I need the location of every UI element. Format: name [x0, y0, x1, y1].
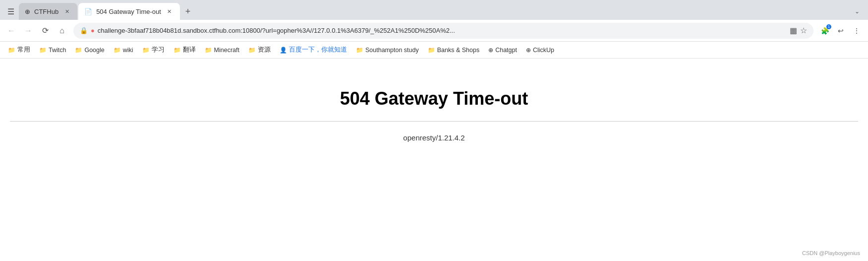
bookmark-clickup-label: ClickUp — [533, 47, 554, 54]
bookmark-changyu-icon: 📁 — [8, 47, 15, 54]
profile-button[interactable]: ↩ — [833, 23, 848, 38]
more-options-icon: ⋮ — [853, 27, 860, 35]
more-options-button[interactable]: ⋮ — [849, 23, 864, 38]
browser-chrome: ☰ ⊕ CTFHub ✕ 📄 504 Gateway Time-out ✕ + … — [0, 0, 868, 261]
bookmark-xuexi-label: 学习 — [152, 46, 165, 54]
bookmark-banks[interactable]: 📁 Banks & Shops — [424, 44, 483, 57]
home-button[interactable]: ⌂ — [55, 23, 69, 38]
bookmark-twitch-icon: 📁 — [39, 47, 47, 54]
site-info-icon: ● — [91, 27, 95, 34]
extensions-badge: 1 — [826, 24, 831, 29]
ctfhub-tab-label: CTFHub — [34, 8, 58, 15]
bookmark-twitch[interactable]: 📁 Twitch — [35, 44, 70, 57]
tab-504-icon: 📄 — [84, 8, 92, 15]
bookmarks-bar: 📁 常用 📁 Twitch 📁 Google 📁 wiki 📁 学习 📁 翻译 … — [0, 42, 868, 59]
tab-504-close-button[interactable]: ✕ — [165, 7, 174, 16]
qr-code-icon[interactable]: ▦ — [790, 26, 797, 35]
divider — [10, 121, 858, 122]
tab-ctfhub[interactable]: ⊕ CTFHub ✕ — [19, 3, 77, 20]
extensions-button[interactable]: 🧩 1 — [817, 23, 832, 38]
ctfhub-tab-close-button[interactable]: ✕ — [62, 7, 71, 16]
tab-504[interactable]: 📄 504 Gateway Time-out ✕ — [78, 3, 180, 20]
bookmark-xuexi-icon: 📁 — [142, 47, 150, 54]
address-input[interactable] — [98, 27, 787, 34]
tab-bar: ☰ ⊕ CTFHub ✕ 📄 504 Gateway Time-out ✕ + … — [0, 0, 868, 20]
bookmark-star-icon[interactable]: ☆ — [800, 26, 807, 35]
sidebar-toggle-button[interactable]: ☰ — [4, 4, 18, 18]
bookmark-fanyi[interactable]: 📁 翻译 — [170, 44, 200, 57]
bookmark-google-icon: 📁 — [75, 47, 82, 54]
bookmark-ziyuan-label: 资源 — [258, 46, 271, 54]
profile-icon: ↩ — [838, 27, 844, 35]
ctfhub-tab-icon: ⊕ — [25, 8, 30, 15]
bookmark-fanyi-icon: 📁 — [174, 47, 181, 54]
bookmark-ziyuan-icon: 📁 — [248, 47, 256, 54]
bookmark-chatgpt-label: Chatgpt — [495, 47, 517, 54]
bookmark-banks-icon: 📁 — [428, 47, 435, 54]
bookmark-fanyi-label: 翻译 — [183, 46, 196, 54]
bookmark-xuexi[interactable]: 📁 学习 — [138, 44, 169, 57]
bookmark-baidu-icon: 👤 — [280, 47, 287, 54]
bookmark-ziyuan[interactable]: 📁 资源 — [244, 44, 275, 57]
bookmark-changyu[interactable]: 📁 常用 — [4, 44, 34, 57]
bookmark-minecraft[interactable]: 📁 Minecraft — [201, 44, 243, 57]
bookmark-minecraft-icon: 📁 — [205, 47, 212, 54]
back-button[interactable]: ← — [4, 23, 19, 38]
bookmark-banks-label: Banks & Shops — [437, 47, 479, 54]
bookmark-google-label: Google — [84, 47, 104, 54]
bookmark-wiki-icon: 📁 — [114, 47, 121, 54]
navigation-bar: ← → ⟳ ⌂ 🔒 ● ▦ ☆ 🧩 1 ↩ ⋮ — [0, 20, 868, 42]
bookmark-clickup-icon: ⊕ — [526, 47, 531, 54]
watermark: CSDN @Playboygenius — [802, 250, 860, 256]
bookmark-chatgpt[interactable]: ⊕ Chatgpt — [484, 44, 521, 57]
bookmark-wiki[interactable]: 📁 wiki — [110, 44, 137, 57]
bookmark-southampton-label: Southampton study — [365, 47, 419, 54]
bookmark-minecraft-label: Minecraft — [214, 47, 239, 54]
bookmark-southampton[interactable]: 📁 Southampton study — [352, 44, 423, 57]
bookmark-google[interactable]: 📁 Google — [71, 44, 108, 57]
error-subtext: openresty/1.21.4.2 — [403, 133, 464, 142]
tab-504-label: 504 Gateway Time-out — [96, 8, 161, 15]
bookmark-baidu[interactable]: 👤 百度一下，你就知道 — [276, 44, 351, 57]
bookmark-chatgpt-icon: ⊕ — [488, 47, 493, 54]
bookmark-clickup[interactable]: ⊕ ClickUp — [522, 44, 558, 57]
address-bar-wrapper[interactable]: 🔒 ● ▦ ☆ — [73, 23, 813, 39]
security-icon: 🔒 — [80, 27, 88, 34]
page-content: 504 Gateway Time-out openresty/1.21.4.2 — [0, 59, 868, 261]
nav-right-buttons: 🧩 1 ↩ ⋮ — [817, 23, 864, 38]
bookmark-wiki-label: wiki — [123, 47, 133, 54]
error-heading: 504 Gateway Time-out — [340, 88, 528, 109]
reload-button[interactable]: ⟳ — [38, 23, 53, 38]
bookmark-southampton-icon: 📁 — [356, 47, 363, 54]
bookmark-baidu-label: 百度一下，你就知道 — [289, 46, 347, 54]
bookmark-twitch-label: Twitch — [49, 47, 66, 54]
forward-button[interactable]: → — [21, 23, 36, 38]
tab-dropdown-button[interactable]: ⌄ — [850, 4, 864, 18]
new-tab-button[interactable]: + — [181, 4, 195, 18]
bookmark-changyu-label: 常用 — [17, 46, 30, 54]
